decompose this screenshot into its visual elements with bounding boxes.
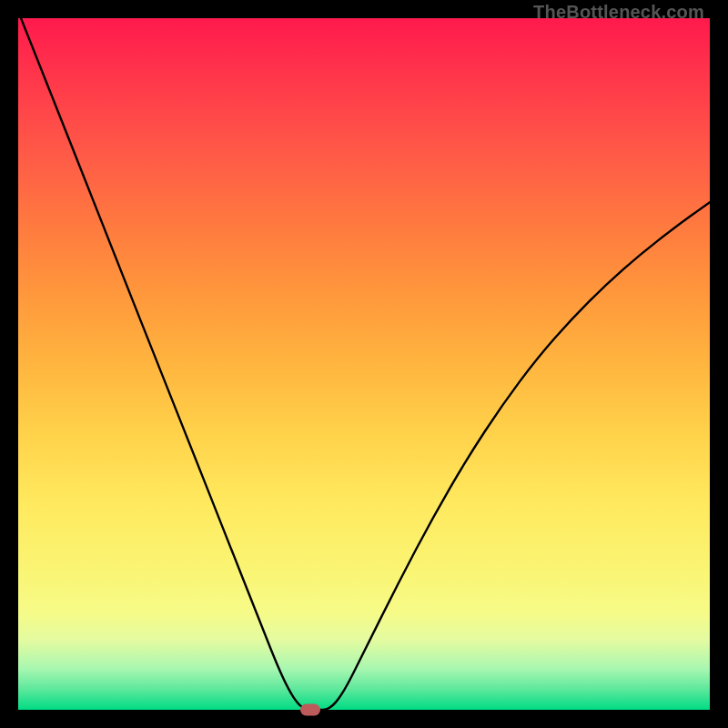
curve-svg [18, 18, 710, 710]
optimum-marker [300, 704, 320, 716]
bottleneck-curve [18, 18, 710, 710]
chart-frame: TheBottleneck.com [0, 0, 728, 728]
plot-area [18, 18, 710, 710]
